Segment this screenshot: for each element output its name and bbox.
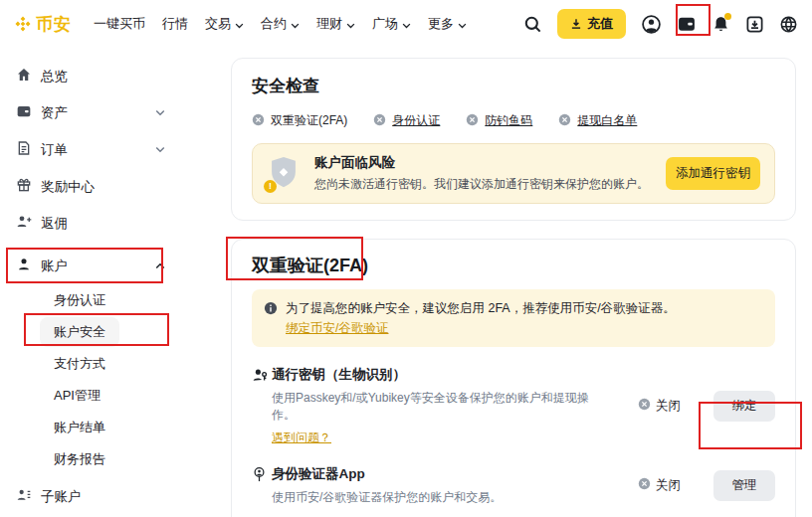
sidebar-item-overview[interactable]: 总览 [16, 58, 165, 94]
circle-x-icon [558, 113, 571, 129]
passkey-status: 关闭 [610, 398, 690, 415]
sidebar-subitem-payment-methods[interactable]: 支付方式 [16, 348, 165, 380]
notifications-bell-icon[interactable] [711, 15, 730, 34]
twofa-row-passkey: 通行密钥（生物识别） 使用Passkey和/或Yubikey等安全设备保护您的账… [252, 366, 775, 446]
main-content: 安全检查 双重验证(2FA) 身份认证 防钓鱼码 提现白名单 [231, 48, 812, 517]
rewards-gift-icon [16, 177, 32, 196]
risk-title: 账户面临风险 [314, 154, 654, 172]
risk-banner: ! 账户面临风险 您尚未激活通行密钥。我们建议添加通行密钥来保护您的账户。 添加… [252, 143, 775, 204]
authenticator-description: 使用币安/谷歌验证器保护您的账户和交易。 [272, 489, 502, 506]
binance-logo[interactable]: 币安 [14, 13, 72, 36]
passkey-bind-button[interactable]: 绑定 [713, 391, 775, 422]
sidebar-item-referral[interactable]: 返佣 [16, 205, 165, 242]
chevron-down-icon [155, 109, 165, 116]
sidebar-item-account[interactable]: 账户 [16, 248, 165, 284]
nav-square[interactable]: 广场 [372, 15, 411, 33]
info-icon [264, 301, 278, 337]
sidebar-subitem-account-statement[interactable]: 账户结单 [16, 412, 165, 443]
orders-icon [16, 140, 32, 159]
shield-warning-icon: ! [267, 155, 303, 193]
brand-name: 币安 [36, 13, 72, 36]
twofa-card: 双重验证(2FA) 为了提高您的账户安全，建议您启用 2FA，推荐使用币安/谷歌… [231, 239, 796, 517]
twofa-notice-text: 为了提高您的账户安全，建议您启用 2FA，推荐使用币安/谷歌验证器。 [286, 299, 676, 318]
account-person-icon [16, 257, 32, 275]
nav-earn[interactable]: 理财 [316, 15, 355, 33]
passkey-description: 使用Passkey和/或Yubikey等安全设备保护您的账户和提现操作。 [272, 390, 600, 425]
chevron-down-icon [155, 146, 165, 153]
sidebar-subitem-account-security[interactable]: 账户安全 [16, 316, 165, 348]
checklist-item-whitelist[interactable]: 提现白名单 [558, 112, 637, 129]
deposit-arrow-icon [570, 18, 582, 30]
header-actions: 充值 [523, 9, 798, 39]
nav-markets[interactable]: 行情 [162, 15, 188, 33]
profile-icon[interactable] [641, 14, 662, 35]
sidebar-item-orders[interactable]: 订单 [16, 131, 165, 168]
nav-buy-crypto[interactable]: 一键买币 [94, 15, 145, 33]
sidebar-subitem-financial-reports[interactable]: 财务报告 [16, 443, 165, 475]
sidebar-item-assets[interactable]: 资产 [16, 94, 165, 131]
sidebar-subitem-api-management[interactable]: API管理 [16, 380, 165, 412]
twofa-title: 双重验证(2FA) [252, 254, 775, 277]
authenticator-title: 身份验证器App [272, 465, 502, 483]
top-navbar: 币安 一键买币 行情 交易 合约 理财 广场 更多 充值 [0, 0, 812, 48]
chevron-down-icon [402, 17, 411, 32]
circle-x-icon [466, 113, 479, 129]
wallet-icon[interactable] [677, 14, 697, 34]
chevron-down-icon [346, 17, 355, 32]
security-check-title: 安全检查 [252, 75, 775, 97]
chevron-down-icon [235, 17, 244, 32]
referral-person-plus-icon [16, 214, 32, 233]
circle-x-icon [638, 477, 651, 493]
circle-x-icon [252, 113, 265, 129]
binance-diamond-icon [14, 15, 32, 33]
checklist-item-2fa[interactable]: 双重验证(2FA) [252, 112, 347, 129]
passkey-title: 通行密钥（生物识别） [272, 366, 600, 384]
download-app-icon[interactable] [745, 15, 764, 34]
authenticator-status: 关闭 [610, 477, 690, 494]
circle-x-icon [373, 113, 386, 129]
home-icon [16, 67, 32, 86]
chevron-down-icon [458, 17, 467, 32]
passkey-icon [252, 367, 272, 384]
sidebar-item-rewards[interactable]: 奖励中心 [16, 168, 165, 205]
circle-x-icon [638, 398, 651, 414]
twofa-row-authenticator: 身份验证器App 使用币安/谷歌验证器保护您的账户和交易。 关闭 管理 [252, 465, 775, 506]
add-passkey-button[interactable]: 添加通行密钥 [666, 157, 760, 190]
deposit-button[interactable]: 充值 [557, 9, 626, 39]
nav-futures[interactable]: 合约 [261, 15, 300, 33]
security-check-card: 安全检查 双重验证(2FA) 身份认证 防钓鱼码 提现白名单 [231, 58, 796, 221]
subaccounts-icon [16, 487, 32, 506]
bind-authenticator-link[interactable]: 绑定币安/谷歌验证 [286, 321, 388, 335]
sidebar-item-subaccounts[interactable]: 子账户 [16, 478, 165, 515]
nav-trade[interactable]: 交易 [205, 15, 244, 33]
sidebar: 总览 资产 订单 奖励中心 返佣 账户 身份认证 账户安全 支付方式 API管理 [0, 48, 231, 515]
sidebar-subitem-identity-verification[interactable]: 身份认证 [16, 284, 165, 316]
risk-description: 您尚未激活通行密钥。我们建议添加通行密钥来保护您的账户。 [314, 176, 654, 193]
having-trouble-link[interactable]: 遇到问题？ [272, 430, 331, 446]
security-checklist: 双重验证(2FA) 身份认证 防钓鱼码 提现白名单 [252, 112, 775, 129]
wallet-icon [16, 103, 32, 122]
chevron-down-icon [291, 17, 300, 32]
twofa-notice: 为了提高您的账户安全，建议您启用 2FA，推荐使用币安/谷歌验证器。 绑定币安/… [252, 289, 775, 347]
authenticator-manage-button[interactable]: 管理 [713, 470, 775, 501]
main-nav: 一键买币 行情 交易 合约 理财 广场 更多 [94, 15, 467, 33]
nav-more[interactable]: 更多 [428, 15, 467, 33]
checklist-item-antiphishing[interactable]: 防钓鱼码 [466, 112, 532, 129]
chevron-up-icon [155, 262, 165, 269]
exclamation-badge: ! [264, 180, 277, 193]
checklist-item-identity[interactable]: 身份认证 [373, 112, 440, 129]
language-globe-icon[interactable] [779, 15, 798, 34]
search-icon[interactable] [523, 15, 542, 34]
notification-dot [724, 13, 731, 20]
authenticator-app-icon [252, 466, 272, 483]
